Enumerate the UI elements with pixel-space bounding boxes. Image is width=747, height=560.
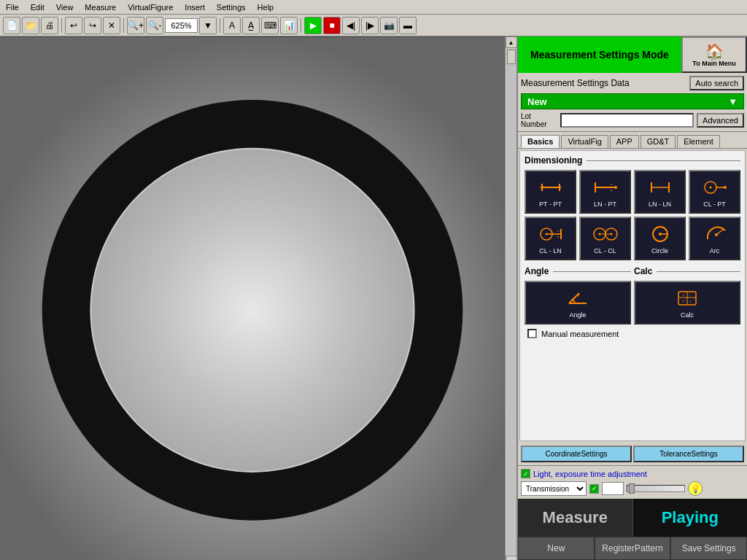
angle-button[interactable]: Angle bbox=[525, 281, 631, 324]
cl-ln-button[interactable]: CL - LN bbox=[525, 217, 576, 260]
new-doc-button[interactable]: 📄 bbox=[3, 17, 20, 34]
light-checkbox[interactable]: ✓ bbox=[521, 469, 530, 478]
cl-pt-icon bbox=[700, 176, 729, 199]
svg-point-6 bbox=[558, 186, 561, 189]
redo-button[interactable]: ↪ bbox=[84, 17, 101, 34]
step-forward-button[interactable]: |▶ bbox=[361, 17, 379, 34]
menu-measure[interactable]: Measure bbox=[82, 2, 119, 12]
percent-input[interactable]: 0% bbox=[602, 482, 624, 495]
pt-pt-button[interactable]: PT - PT bbox=[525, 170, 576, 214]
new-dropdown-arrow: ▼ bbox=[728, 96, 738, 107]
calc-title: Calc bbox=[634, 266, 740, 276]
angle-section: Angle Angle bbox=[525, 266, 631, 324]
menu-file[interactable]: File bbox=[3, 2, 22, 12]
main-menu-label: To Main Menu bbox=[692, 60, 735, 67]
histogram-button[interactable]: ▬ bbox=[399, 17, 417, 34]
mode-title: Measurement Settings Mode bbox=[530, 49, 669, 61]
header-row: Measurement Settings Mode 🏠 To Main Menu bbox=[518, 36, 747, 73]
settings-title-row: Measurement Settings Data Auto search bbox=[521, 76, 744, 90]
new-dropdown[interactable]: New ▼ bbox=[521, 93, 744, 109]
snapshot-button[interactable]: 📷 bbox=[380, 17, 398, 34]
calc-tool-button[interactable]: + - × ÷ Calc bbox=[634, 281, 740, 324]
menu-settings[interactable]: Settings bbox=[214, 2, 249, 12]
tab-basics[interactable]: Basics bbox=[521, 135, 560, 148]
slider-thumb[interactable] bbox=[629, 483, 635, 494]
settings-data-title: Measurement Settings Data bbox=[521, 78, 689, 88]
undo-button[interactable]: ↩ bbox=[65, 17, 82, 34]
print-button[interactable]: 🖨 bbox=[41, 17, 58, 34]
zoom-in-button[interactable]: 🔍+ bbox=[127, 17, 144, 34]
scroll-track[interactable] bbox=[506, 49, 516, 555]
auto-search-button[interactable]: Auto search bbox=[689, 76, 744, 90]
cl-cl-icon bbox=[591, 222, 620, 246]
tab-element[interactable]: Element bbox=[677, 135, 719, 148]
coordinate-settings-button[interactable]: CoordinateSettings bbox=[521, 446, 632, 462]
menu-help[interactable]: Help bbox=[255, 2, 277, 12]
pt-pt-icon bbox=[536, 176, 565, 199]
stop-button[interactable]: ■ bbox=[323, 17, 341, 34]
image-area[interactable] bbox=[0, 36, 505, 560]
tab-gdt[interactable]: GD&T bbox=[640, 135, 676, 148]
separator-4 bbox=[301, 18, 301, 33]
light-check-mark: ✓ bbox=[523, 470, 529, 478]
image-canvas bbox=[0, 36, 505, 560]
angle-line bbox=[553, 271, 631, 272]
zoom-dropdown[interactable]: ▼ bbox=[199, 17, 217, 34]
playing-button[interactable]: Playing bbox=[633, 499, 748, 537]
arc-button[interactable]: Arc bbox=[689, 217, 740, 260]
tab-app[interactable]: APP bbox=[610, 135, 639, 148]
image-main: ▲ ▼ bbox=[0, 36, 516, 560]
manual-checkbox[interactable] bbox=[527, 329, 537, 338]
main-menu-button[interactable]: 🏠 To Main Menu bbox=[681, 36, 747, 73]
menu-view[interactable]: View bbox=[53, 2, 77, 12]
text-button[interactable]: A̲ bbox=[242, 17, 260, 34]
ln-ln-icon bbox=[646, 176, 675, 199]
lot-label: Lot bbox=[521, 112, 557, 120]
arc-label: Arc bbox=[710, 247, 720, 254]
tab-virtualfig[interactable]: VirtualFig bbox=[561, 135, 608, 148]
arc-icon bbox=[700, 222, 729, 246]
menu-edit[interactable]: Edit bbox=[28, 2, 47, 12]
new-bottom-button[interactable]: New bbox=[518, 537, 595, 560]
cl-ln-icon bbox=[536, 222, 565, 246]
trans-checkbox[interactable]: ✓ bbox=[589, 484, 599, 494]
vertical-scrollbar[interactable]: ▲ ▼ bbox=[505, 36, 516, 560]
cl-pt-button[interactable]: CL - PT bbox=[689, 170, 740, 214]
step-back-button[interactable]: ◀| bbox=[342, 17, 360, 34]
tolerance-settings-button[interactable]: ToleranceSettings bbox=[633, 446, 744, 462]
lot-number-input[interactable] bbox=[560, 113, 694, 128]
play-button[interactable]: ▶ bbox=[304, 17, 322, 34]
toolbar: 📄 📁 🖨 ↩ ↪ ✕ 🔍+ 🔍- ▼ A A̲ ⌨ 📊 ▶ ■ ◀| |▶ 📷… bbox=[0, 15, 747, 36]
scroll-down-button[interactable]: ▼ bbox=[506, 556, 517, 560]
right-panel: Measurement Settings Mode 🏠 To Main Menu… bbox=[516, 36, 747, 560]
scroll-up-button[interactable]: ▲ bbox=[506, 36, 517, 48]
angle-tool-label: Angle bbox=[569, 311, 586, 319]
advanced-button[interactable]: Advanced bbox=[697, 113, 744, 128]
cl-cl-button[interactable]: CL - CL bbox=[579, 217, 631, 260]
delete-button[interactable]: ✕ bbox=[103, 17, 120, 34]
save-settings-button[interactable]: Save Settings bbox=[670, 537, 747, 560]
menu-virtualfigure[interactable]: VirtualFigure bbox=[125, 2, 176, 12]
separator-1 bbox=[61, 18, 62, 33]
cl-cl-label: CL - CL bbox=[594, 247, 616, 254]
scroll-thumb[interactable] bbox=[507, 50, 516, 64]
transmission-dropdown[interactable]: Transmission bbox=[521, 481, 587, 496]
svg-rect-39 bbox=[700, 223, 729, 245]
zoom-out-button[interactable]: 🔍- bbox=[146, 17, 163, 34]
register-pattern-button[interactable]: RegisterPattern bbox=[595, 537, 671, 560]
light-slider[interactable] bbox=[627, 485, 685, 492]
chart-button[interactable]: 📊 bbox=[280, 17, 298, 34]
ln-ln-button[interactable]: LN - LN bbox=[634, 170, 686, 214]
circle-button[interactable]: Circle bbox=[634, 217, 686, 260]
font-button[interactable]: A bbox=[223, 17, 241, 34]
measure-button[interactable]: Measure bbox=[518, 499, 633, 537]
main-layout: ▲ ▼ ◀ ▶ Measurement Settings Mode 🏠 bbox=[0, 36, 747, 560]
ln-pt-button[interactable]: LN - PT bbox=[579, 170, 631, 214]
light-area: ✓ Light, exposure time adjustment Transm… bbox=[518, 465, 747, 499]
dimensioning-tools: PT - PT LN - PT bbox=[525, 170, 740, 260]
number-label: Number bbox=[521, 120, 557, 128]
keyboard-button[interactable]: ⌨ bbox=[261, 17, 279, 34]
menu-insert[interactable]: Insert bbox=[182, 2, 208, 12]
zoom-input[interactable] bbox=[165, 18, 198, 33]
open-button[interactable]: 📁 bbox=[22, 17, 39, 34]
